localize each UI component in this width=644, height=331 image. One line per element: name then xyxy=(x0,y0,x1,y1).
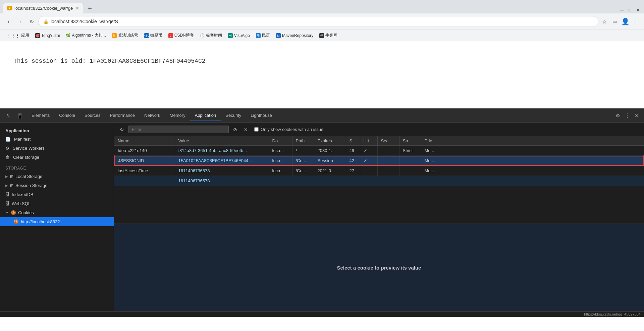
devtools-mobile-icon[interactable]: 📱 xyxy=(15,110,25,121)
back-button[interactable]: ‹ xyxy=(4,17,13,26)
sidebar-item-session-storage[interactable]: ▶ ⊞ Session Storage xyxy=(0,181,114,190)
devtools-close-icon[interactable]: ✕ xyxy=(632,111,641,121)
bookmark-nowcoder[interactable]: 牛 牛客网 xyxy=(317,32,340,39)
bookmarks-bar: ⋮⋮⋮ 应用 🐙 TongYuzhi 🌿 Algorithms - 力扣... … xyxy=(0,30,644,41)
cookies-icon: 🍪 xyxy=(11,210,16,215)
refresh-button[interactable]: ↻ xyxy=(117,125,126,134)
cell-value: 1611496736578 xyxy=(175,166,269,176)
tab-close-icon[interactable]: ✕ xyxy=(75,5,79,11)
col-header-samesite[interactable]: Sa... xyxy=(399,136,421,146)
window-minimize-button[interactable]: ─ xyxy=(619,7,625,13)
cell-size: 27 xyxy=(346,166,360,176)
sidebar-item-manifest[interactable]: 📄 Manifest xyxy=(0,135,114,144)
session-text: This session is old: 1FA0102FAA8C8E6CF1B… xyxy=(13,58,631,64)
service-workers-label: Service Workers xyxy=(13,146,45,151)
address-bar: ‹ › ↻ 🔒 localhost:8322/Cookie_war/getS ☆… xyxy=(0,13,644,30)
new-tab-button[interactable]: + xyxy=(85,4,95,13)
col-header-secure[interactable]: Sec... xyxy=(377,136,399,146)
col-header-name[interactable]: Name xyxy=(114,136,175,146)
filter-checkbox-text: Only show cookies with an issue xyxy=(261,127,323,132)
devtools-more-icon[interactable]: ⋮ xyxy=(623,111,632,121)
sidebar-item-websql[interactable]: 🗄 Web SQL xyxy=(0,199,114,208)
tab-sources[interactable]: Sources xyxy=(80,110,105,121)
col-header-expires[interactable]: Expires... xyxy=(314,136,346,146)
col-header-domain[interactable]: Do... xyxy=(269,136,292,146)
filter-input[interactable] xyxy=(128,126,229,133)
bookmark-algorithms[interactable]: 🌿 Algorithms - 力扣... xyxy=(63,32,108,39)
cell-secure xyxy=(377,166,399,176)
tab-title: localhost:8322/Cookie_war/ge xyxy=(14,6,73,11)
tab-security[interactable]: Security xyxy=(221,110,246,121)
active-tab[interactable]: ● localhost:8322/Cookie_war/ge ✕ xyxy=(3,3,84,13)
session-storage-label: Session Storage xyxy=(15,183,47,188)
tab-memory[interactable]: Memory xyxy=(165,110,190,121)
table-row[interactable]: Idea-c221d140 f814a8d7-3651-4abf-aac8-59… xyxy=(114,146,644,156)
cookies-label: Cookies xyxy=(18,210,34,215)
tab-application[interactable]: Application xyxy=(190,110,221,121)
bookmark-training[interactable]: 算 算法训练营 xyxy=(109,32,141,39)
cell-expires: Session xyxy=(314,156,346,166)
cell-samesite xyxy=(399,156,421,166)
bookmark-minyu[interactable]: 知 民语 xyxy=(253,32,273,39)
cell-http xyxy=(360,166,377,176)
cell-secure xyxy=(377,146,399,156)
tab-elements[interactable]: Elements xyxy=(27,110,54,121)
sidebar-item-indexeddb[interactable]: 🗄 IndexedDB xyxy=(0,190,114,199)
col-header-size[interactable]: S... xyxy=(346,136,360,146)
cell-value: f814a8d7-3651-4abf-aac8-59eefb... xyxy=(175,146,269,156)
table-row[interactable]: JSESSIONID 1FA0102FAA8C8E6CF1BF746F044..… xyxy=(114,156,644,166)
cell-priority: Me... xyxy=(421,156,644,166)
cookie-localhost-label: http://localhost:8322 xyxy=(21,219,60,224)
devtools-body: Application 📄 Manifest ⚙ Service Workers… xyxy=(0,123,644,311)
bookmark-visualgo[interactable]: Vi VisuAlgo xyxy=(225,33,253,39)
filter-clear-icon[interactable]: ✕ xyxy=(241,125,250,134)
bookmark-maven[interactable]: M MavenRepository xyxy=(273,33,316,39)
browser-chrome: ● localhost:8322/Cookie_war/ge ✕ + ─ □ ✕… xyxy=(0,0,644,41)
sidebar-item-cookies[interactable]: ▼ 🍪 Cookies xyxy=(0,208,114,217)
window-maximize-button[interactable]: □ xyxy=(627,7,633,13)
clear-storage-icon: 🗑 xyxy=(5,155,10,160)
col-header-path[interactable]: Path xyxy=(292,136,314,146)
bookmark-csdn[interactable]: C CSDN博客 xyxy=(166,32,197,39)
reload-button[interactable]: ↻ xyxy=(27,17,36,26)
tab-network[interactable]: Network xyxy=(140,110,165,121)
sidebar-item-clear-storage[interactable]: 🗑 Clear storage xyxy=(0,153,114,162)
filter-checkbox[interactable] xyxy=(254,127,259,132)
sidebar-item-local-storage[interactable]: ▶ ⊞ Local Storage xyxy=(0,172,114,181)
url-text: localhost:8322/Cookie_war/getS xyxy=(51,19,593,24)
cell-name: Idea-c221d140 xyxy=(114,146,175,156)
expand-arrow-cookies: ▼ xyxy=(5,211,9,215)
cell-samesite: Strict xyxy=(399,146,421,156)
sidebar-item-service-workers[interactable]: ⚙ Service Workers xyxy=(0,144,114,153)
bookmark-tongyuzhi[interactable]: 🐙 TongYuzhi xyxy=(33,33,62,39)
tab-performance[interactable]: Performance xyxy=(105,110,140,121)
window-close-button[interactable]: ✕ xyxy=(635,7,641,13)
sidebar-item-cookie-localhost[interactable]: 🍪 http://localhost:8322 xyxy=(0,217,114,226)
devtools-sidebar: Application 📄 Manifest ⚙ Service Workers… xyxy=(0,123,114,311)
filter-block-icon[interactable]: ⊘ xyxy=(231,125,239,134)
url-bar[interactable]: 🔒 localhost:8322/Cookie_war/getS xyxy=(38,16,598,27)
devtools-pointer-icon[interactable]: ↖ xyxy=(3,110,13,121)
bookmark-apps[interactable]: ⋮⋮⋮ 应用 xyxy=(4,32,32,39)
tab-lighthouse[interactable]: Lighthouse xyxy=(246,110,277,121)
table-row-empty-1[interactable]: 1611496736578 xyxy=(114,176,644,186)
col-header-value[interactable]: Value xyxy=(175,136,269,146)
devtools-settings-icon[interactable]: ⚙ xyxy=(613,111,623,121)
manifest-label: Manifest xyxy=(14,137,31,142)
forward-button[interactable]: › xyxy=(15,17,25,26)
bookmark-nbc[interactable]: NBC 微易币 xyxy=(142,32,165,39)
col-header-priority[interactable]: Prio... xyxy=(421,136,644,146)
cell-samesite xyxy=(399,166,421,176)
preview-hint-text: Select a cookie to preview its value xyxy=(337,265,421,271)
cast-icon[interactable]: ▭ xyxy=(610,17,619,26)
table-row[interactable]: lastAccessTime 1611496736578 loca... /Co… xyxy=(114,166,644,176)
star-icon[interactable]: ☆ xyxy=(600,17,608,26)
tab-console[interactable]: Console xyxy=(54,110,80,121)
account-icon[interactable]: 👤 xyxy=(621,17,630,26)
websql-label: Web SQL xyxy=(12,201,31,206)
col-header-http[interactable]: Htt... xyxy=(360,136,377,146)
filter-checkbox-label[interactable]: Only show cookies with an issue xyxy=(254,127,323,132)
menu-icon[interactable]: ⋮ xyxy=(632,17,640,26)
bookmark-geek[interactable]: 🕐 极客时间 xyxy=(197,32,225,39)
filter-bar: ↻ ⊘ ✕ Only show cookies with an issue xyxy=(114,123,644,136)
